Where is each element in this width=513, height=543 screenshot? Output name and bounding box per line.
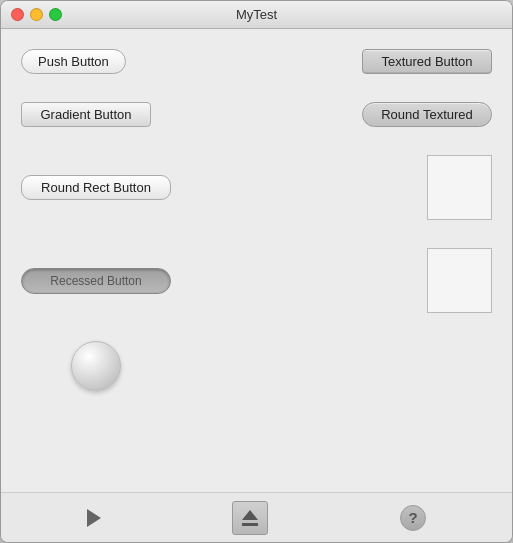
right-cell-2: Round Textured <box>257 102 493 127</box>
round-textured-button[interactable]: Round Textured <box>362 102 492 127</box>
right-cell-4 <box>257 248 493 313</box>
round-circle-button[interactable] <box>71 341 121 391</box>
row-5 <box>21 341 492 394</box>
right-cell-3 <box>257 155 493 220</box>
push-button[interactable]: Push Button <box>21 49 126 74</box>
play-icon[interactable] <box>87 509 101 527</box>
titlebar: MyTest <box>1 1 512 29</box>
recessed-button[interactable]: Recessed Button <box>21 268 171 294</box>
left-cell-3: Round Rect Button <box>21 175 257 200</box>
square-box-1 <box>427 155 492 220</box>
row-2: Gradient Button Round Textured <box>21 102 492 127</box>
right-cell-1: Textured Button <box>257 49 493 74</box>
left-cell-1: Push Button <box>21 49 257 74</box>
help-button[interactable]: ? <box>400 505 426 531</box>
content-area: Push Button Textured Button Gradient But… <box>1 29 512 492</box>
minimize-button[interactable] <box>30 8 43 21</box>
textured-button[interactable]: Textured Button <box>362 49 492 74</box>
row-3: Round Rect Button <box>21 155 492 220</box>
eject-button[interactable] <box>232 501 268 535</box>
left-cell-5 <box>21 341 257 394</box>
window-title: MyTest <box>236 7 277 22</box>
row-4: Recessed Button <box>21 248 492 313</box>
eject-bar-icon <box>242 523 258 526</box>
square-box-2 <box>427 248 492 313</box>
bottom-toolbar: ? <box>1 492 512 542</box>
left-cell-4: Recessed Button <box>21 268 257 294</box>
maximize-button[interactable] <box>49 8 62 21</box>
traffic-lights <box>11 8 62 21</box>
window: MyTest Push Button Textured Button Gradi… <box>0 0 513 543</box>
gradient-button[interactable]: Gradient Button <box>21 102 151 127</box>
eject-triangle-icon <box>242 510 258 520</box>
close-button[interactable] <box>11 8 24 21</box>
row-1: Push Button Textured Button <box>21 49 492 74</box>
round-rect-button[interactable]: Round Rect Button <box>21 175 171 200</box>
left-cell-2: Gradient Button <box>21 102 257 127</box>
